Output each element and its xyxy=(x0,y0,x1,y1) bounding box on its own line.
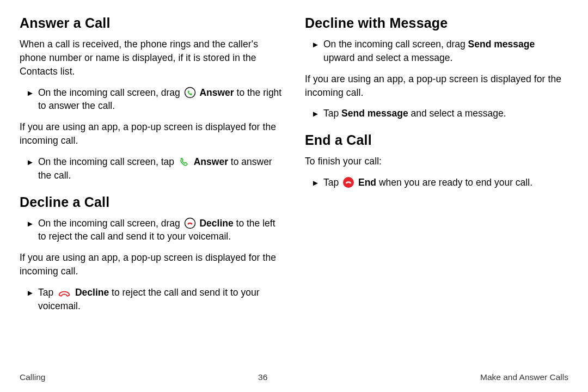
step-item: ► On the incoming call screen, drag Answ… xyxy=(20,86,283,113)
play-bullet-icon: ► xyxy=(26,155,38,168)
play-bullet-icon: ► xyxy=(311,176,323,188)
footer-section: Calling xyxy=(20,372,45,382)
play-bullet-icon: ► xyxy=(26,217,38,229)
heading-answer-call: Answer a Call xyxy=(20,15,283,31)
bold-term: Send message xyxy=(341,108,408,119)
play-bullet-icon: ► xyxy=(26,286,38,298)
step-text: On the incoming call screen, drag Declin… xyxy=(38,217,283,244)
step-item: ► On the incoming call screen, drag Send… xyxy=(305,38,568,65)
step-text: On the incoming call screen, drag Answer… xyxy=(38,86,283,113)
text-fragment: On the incoming call screen, drag xyxy=(38,218,183,229)
step-item: ► Tap Decline to reject the call and sen… xyxy=(20,286,283,313)
step-text: Tap End when you are ready to end your c… xyxy=(323,176,568,189)
step-item: ► On the incoming call screen, drag Decl… xyxy=(20,217,283,244)
text-fragment: upward and select a message. xyxy=(323,52,452,63)
svg-point-0 xyxy=(185,87,195,97)
body-text: To finish your call: xyxy=(305,155,568,168)
bold-term: Answer xyxy=(194,156,228,167)
body-text: If you are using an app, a pop-up screen… xyxy=(305,72,568,100)
two-column-layout: Answer a Call When a call is received, t… xyxy=(20,15,568,370)
page-footer: Calling 36 Make and Answer Calls xyxy=(20,370,568,385)
page-number: 36 xyxy=(258,372,267,382)
bold-term: Decline xyxy=(199,218,233,229)
decline-circle-icon xyxy=(184,217,196,229)
step-item: ► Tap End when you are ready to end your… xyxy=(305,176,568,189)
end-call-icon xyxy=(342,176,354,188)
left-column: Answer a Call When a call is received, t… xyxy=(20,15,283,370)
text-fragment: On the incoming call screen, drag xyxy=(38,87,183,98)
step-text: Tap Decline to reject the call and send … xyxy=(38,286,283,313)
bold-term: Decline xyxy=(75,287,109,298)
answer-circle-icon xyxy=(184,87,196,99)
body-text: If you are using an app, a pop-up screen… xyxy=(20,120,283,148)
body-text: If you are using an app, a pop-up screen… xyxy=(20,251,283,278)
bold-term: Send message xyxy=(468,39,535,50)
play-bullet-icon: ► xyxy=(311,38,323,50)
text-fragment: Tap xyxy=(323,108,341,119)
text-fragment: Tap xyxy=(323,177,341,188)
text-fragment: when you are ready to end your call. xyxy=(376,177,532,188)
decline-phone-icon xyxy=(57,287,71,298)
heading-end-call: End a Call xyxy=(305,132,568,148)
play-bullet-icon: ► xyxy=(26,86,38,99)
heading-decline-call: Decline a Call xyxy=(20,194,283,210)
text-fragment: On the incoming call screen, tap xyxy=(38,156,177,167)
text-fragment: On the incoming call screen, drag xyxy=(323,39,468,50)
step-text: Tap Send message and select a message. xyxy=(323,107,568,120)
heading-decline-message: Decline with Message xyxy=(305,15,568,31)
step-item: ► On the incoming call screen, tap Answe… xyxy=(20,155,283,182)
body-text: When a call is received, the phone rings… xyxy=(20,38,283,78)
footer-topic: Make and Answer Calls xyxy=(480,372,568,382)
step-text: On the incoming call screen, tap Answer … xyxy=(38,155,283,182)
play-bullet-icon: ► xyxy=(311,107,323,119)
step-text: On the incoming call screen, drag Send m… xyxy=(323,38,568,65)
answer-phone-icon xyxy=(178,156,190,168)
text-fragment: Tap xyxy=(38,287,56,298)
bold-term: Answer xyxy=(199,87,234,98)
bold-term: End xyxy=(358,177,376,188)
manual-page: Answer a Call When a call is received, t… xyxy=(0,0,588,392)
text-fragment: and select a message. xyxy=(408,108,506,119)
right-column: Decline with Message ► On the incoming c… xyxy=(305,15,568,370)
step-item: ► Tap Send message and select a message. xyxy=(305,107,568,120)
